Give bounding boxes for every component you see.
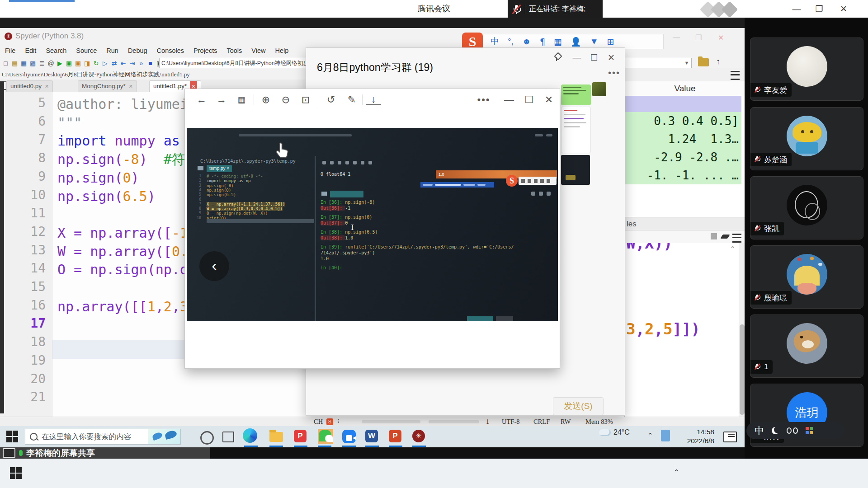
account-icon[interactable]: 👤 bbox=[571, 37, 581, 47]
menu-tools[interactable]: Tools bbox=[225, 46, 243, 55]
clear-icon[interactable] bbox=[720, 235, 730, 239]
chat-message-bubble[interactable] bbox=[561, 84, 591, 105]
taskbar-icon-meeting[interactable] bbox=[342, 430, 356, 443]
grid-icon[interactable]: ▦ bbox=[234, 94, 249, 106]
toolbar-icon-11[interactable]: ▷ bbox=[101, 58, 109, 69]
chat-image-thumbnail[interactable] bbox=[592, 82, 606, 96]
menu-help[interactable]: Help bbox=[274, 46, 290, 55]
zoom-in-icon[interactable]: ⊕ bbox=[258, 94, 274, 106]
start-button[interactable] bbox=[6, 431, 18, 442]
spyder-close-button[interactable]: ✕ bbox=[718, 33, 724, 42]
resize-icon[interactable] bbox=[711, 233, 717, 239]
toolbar-icon-9[interactable]: ◨ bbox=[83, 58, 91, 69]
taskbar-clock[interactable]: 14:58 2022/6/8 bbox=[675, 427, 714, 446]
pane-scrollbar[interactable] bbox=[739, 243, 745, 445]
wechat-minimize-button[interactable]: — bbox=[570, 52, 584, 62]
toolbar-icon-1[interactable]: ▤ bbox=[11, 58, 19, 69]
scroll-up-icon[interactable]: ⌃ bbox=[730, 245, 736, 253]
taskbar-search-input[interactable]: 在这里输入你要搜索的内容 bbox=[25, 429, 181, 445]
tab-close-icon[interactable]: ✕ bbox=[129, 81, 133, 92]
skin-icon[interactable] bbox=[787, 427, 798, 434]
notification-center-icon[interactable] bbox=[723, 432, 737, 442]
edit-icon[interactable]: ✎ bbox=[344, 94, 359, 106]
keyboard-icon[interactable]: ▦ bbox=[554, 37, 562, 47]
spyder-maximize-button[interactable]: ❐ bbox=[695, 33, 702, 42]
taskbar-icon-cortana[interactable] bbox=[199, 430, 212, 443]
participant-tile[interactable]: 李友爱 bbox=[750, 38, 863, 101]
zoom-out-icon[interactable]: ⊖ bbox=[278, 94, 293, 106]
participant-tile[interactable]: 张凯 bbox=[750, 176, 863, 239]
previous-image-icon[interactable]: ‹ bbox=[199, 251, 229, 281]
toolbar-icon-7[interactable]: ▣ bbox=[65, 58, 73, 69]
rotate-icon[interactable]: ↺ bbox=[323, 94, 339, 106]
wechat-maximize-button[interactable]: ☐ bbox=[587, 52, 601, 63]
ime-mode-label[interactable]: 中 bbox=[755, 424, 764, 437]
chat-photo-thumbnail[interactable] bbox=[561, 155, 590, 185]
toolbox-icon[interactable]: ⊞ bbox=[607, 37, 614, 47]
selected-variable-row[interactable] bbox=[625, 96, 741, 112]
taskbar-icon-edge[interactable] bbox=[244, 430, 258, 443]
toolbar-icon-12[interactable]: ⇄ bbox=[110, 58, 118, 69]
tab-close-icon[interactable]: ✕ bbox=[45, 81, 49, 92]
browse-directory-icon[interactable] bbox=[698, 58, 709, 66]
one-to-one-icon[interactable]: ⊡ bbox=[298, 94, 313, 106]
ime-menu-icon[interactable]: ⁝ bbox=[337, 418, 340, 425]
variable-value-row[interactable]: -2.9 -2.8 .… bbox=[625, 148, 741, 166]
variable-value-row[interactable]: 1.24 1.3… bbox=[625, 130, 741, 148]
back-icon[interactable]: ← bbox=[194, 94, 209, 106]
menu-consoles[interactable]: Consoles bbox=[156, 46, 185, 55]
forward-icon[interactable]: → bbox=[214, 94, 229, 106]
toolbar-icon-13[interactable]: ⇤ bbox=[119, 58, 127, 69]
toolbar-icon-2[interactable]: ▦ bbox=[20, 58, 28, 69]
meeting-close-button[interactable]: ✕ bbox=[835, 0, 853, 18]
toolbar-icon-4[interactable]: ≣ bbox=[38, 58, 46, 69]
menu-debug[interactable]: Debug bbox=[127, 46, 149, 55]
viewer-close-button[interactable]: ✕ bbox=[541, 94, 557, 106]
sogou-grid-icon[interactable] bbox=[806, 427, 813, 434]
menu-view[interactable]: View bbox=[250, 46, 267, 55]
variable-value-row[interactable]: -1. -1. ... … bbox=[625, 166, 741, 184]
menu-file[interactable]: File bbox=[4, 46, 17, 55]
toolbar-icon-5[interactable]: @ bbox=[47, 58, 55, 69]
wechat-close-button[interactable]: ✕ bbox=[604, 52, 618, 63]
editor-tab-0[interactable]: untitled0.py✕ bbox=[6, 80, 53, 92]
taskbar-icon-explorer[interactable] bbox=[269, 430, 283, 443]
participant-tile[interactable]: 1 bbox=[750, 314, 863, 378]
taskbar-icon-spyder[interactable]: ✳ bbox=[412, 430, 426, 443]
voice-icon[interactable]: ¶ bbox=[540, 37, 545, 47]
menu-projects[interactable]: Projects bbox=[192, 46, 218, 55]
toolbar-icon-3[interactable]: ▩ bbox=[29, 58, 37, 69]
chat-card-message[interactable] bbox=[561, 107, 591, 153]
emoji-icon[interactable]: ☻ bbox=[522, 37, 531, 47]
night-mode-icon[interactable] bbox=[772, 427, 779, 434]
taskbar-icon-taskview[interactable] bbox=[221, 430, 234, 443]
toolbar-icon-16[interactable]: ■ bbox=[146, 58, 154, 69]
meeting-minimize-button[interactable]: — bbox=[788, 0, 806, 18]
host-tray-chevron[interactable]: ⌃ bbox=[674, 468, 679, 476]
meeting-restore-button[interactable]: ❐ bbox=[810, 0, 828, 18]
usb-tray-icon[interactable] bbox=[661, 430, 670, 441]
toolbar-icon-6[interactable]: ▶ bbox=[56, 58, 64, 69]
weather-widget[interactable]: 24°C bbox=[599, 428, 630, 436]
taskbar-icon-pdf[interactable]: P bbox=[294, 430, 307, 443]
download-icon[interactable]: ↓ bbox=[366, 94, 381, 105]
participant-tile[interactable]: 苏楚涵 bbox=[750, 107, 863, 170]
pane-tab-fragment[interactable]: les bbox=[625, 217, 745, 230]
taskbar-icon-word[interactable]: W bbox=[365, 430, 379, 443]
parent-directory-icon[interactable]: ↑ bbox=[716, 57, 720, 66]
viewer-minimize-button[interactable]: — bbox=[501, 94, 517, 106]
host-start-button[interactable] bbox=[10, 467, 22, 479]
punctuation-icon[interactable]: °, bbox=[508, 37, 514, 47]
ime-mode-icon[interactable]: 中 bbox=[491, 36, 499, 47]
taskbar-icon-ppt[interactable]: P bbox=[389, 430, 402, 443]
menu-run[interactable]: Run bbox=[105, 46, 120, 55]
pane-options-icon[interactable] bbox=[732, 234, 741, 243]
spyder-minimize-button[interactable]: — bbox=[673, 33, 680, 42]
value-column-header[interactable]: Value bbox=[625, 81, 745, 96]
menu-search[interactable]: Search bbox=[44, 46, 68, 55]
variable-value-row[interactable]: 0.3 0.4 0.5] bbox=[625, 112, 741, 130]
tray-chevron-icon[interactable]: ⌃ bbox=[647, 432, 653, 440]
viewer-maximize-button[interactable]: ☐ bbox=[521, 94, 537, 106]
toolbar-icon-14[interactable]: ⇥ bbox=[128, 58, 136, 69]
toolbar-icon-0[interactable]: □ bbox=[2, 58, 9, 69]
